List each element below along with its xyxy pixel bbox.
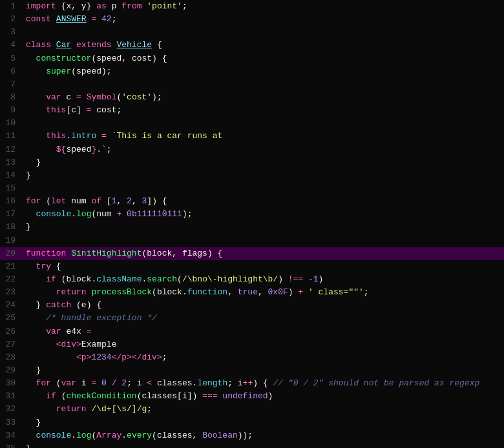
punct-token: , xyxy=(132,196,142,206)
bool-token: undefined xyxy=(222,391,268,401)
line-number: 7 xyxy=(0,78,23,91)
code-line: 35} xyxy=(0,442,504,448)
code-line: 11 this.intro = `This is a car runs at xyxy=(0,130,504,143)
line-number: 10 xyxy=(0,117,23,130)
sym-token: Symbol xyxy=(87,92,117,102)
kw-token: function xyxy=(26,249,66,258)
str-token: 'cost' xyxy=(121,92,152,102)
punct-token: ; xyxy=(147,404,152,414)
line-content: return processBlock(block.function, true… xyxy=(23,286,504,299)
line-content: } xyxy=(23,416,504,429)
var-token xyxy=(26,287,56,297)
bool-token: Boolean xyxy=(202,431,238,440)
code-line: 34 console.log(Array.every(classes, Bool… xyxy=(0,429,504,442)
code-line: 4class Car extends Vehicle { xyxy=(0,39,504,52)
punct-token: ]) { xyxy=(147,196,167,206)
line-content: var e4x = xyxy=(23,325,504,338)
var-token xyxy=(51,14,56,24)
code-line: 2const ANSWER = 42; xyxy=(0,13,504,26)
var-token xyxy=(26,261,36,271)
code-line: 1import {x, y} as p from 'point'; xyxy=(0,0,504,13)
line-content: function $initHighlight(block, flags) { xyxy=(23,247,504,260)
code-line: 17 console.log(num + 0b111110111); xyxy=(0,208,504,221)
code-line: 10 xyxy=(0,117,504,130)
line-content: for (let num of [1, 2, 3]) { xyxy=(23,195,504,208)
var-token: e4x xyxy=(61,327,87,336)
punct-token: ( xyxy=(152,431,157,440)
punct-token: ) { xyxy=(207,249,222,258)
line-content: } xyxy=(23,442,504,448)
punct-token: ; xyxy=(182,1,187,11)
var-token xyxy=(26,391,46,401)
punct-token: } xyxy=(87,1,97,11)
prop-token: console xyxy=(36,431,72,440)
line-content xyxy=(23,182,504,195)
tag-token: </p></div> xyxy=(112,352,162,362)
line-content: } xyxy=(23,169,504,182)
var-token xyxy=(26,404,56,414)
num-token: 0x0F xyxy=(268,287,288,297)
code-line: 31 if (checkCondition(classes[i]) === un… xyxy=(0,390,504,403)
punct-token: . xyxy=(71,209,76,219)
var-token xyxy=(101,196,107,206)
num-token: 42 xyxy=(101,14,112,24)
punct-token: [ xyxy=(107,196,112,206)
line-content: for (var i = 0 / 2; i < classes.length; … xyxy=(23,377,504,390)
code-line: 19 xyxy=(0,234,504,247)
kw-token: for xyxy=(26,196,41,206)
code-line: 20function $initHighlight(block, flags) … xyxy=(0,247,504,260)
var-token: i xyxy=(182,391,187,401)
line-number: 8 xyxy=(0,91,23,104)
punct-token: , xyxy=(193,431,203,440)
kw2-token: catch xyxy=(46,300,71,310)
fn-token: constructor xyxy=(36,54,92,63)
sym-token: Array xyxy=(96,431,121,440)
line-number: 16 xyxy=(0,195,23,208)
var-token xyxy=(26,158,36,167)
code-line: 33 } xyxy=(0,416,504,429)
kw-token: extends xyxy=(76,40,112,50)
punct-token: ; xyxy=(112,14,117,24)
line-content: super(speed); xyxy=(23,65,504,78)
code-line: 18} xyxy=(0,221,504,234)
line-number: 29 xyxy=(0,364,23,377)
var-token xyxy=(26,274,46,284)
var-token: (e) { xyxy=(71,300,101,310)
punct-token: ; xyxy=(117,105,122,115)
line-number: 5 xyxy=(0,52,23,65)
line-content: ${speed}.`; xyxy=(23,143,504,156)
op-token: + xyxy=(116,209,127,219)
line-number: 17 xyxy=(0,208,23,221)
code-line: 23 return processBlock(block.function, t… xyxy=(0,286,504,299)
code-line: 6 super(speed); xyxy=(0,65,504,78)
punct-token: [ xyxy=(177,391,182,401)
var-token: flags xyxy=(182,249,207,258)
line-number: 30 xyxy=(0,377,23,390)
punct-token: ; xyxy=(107,145,112,154)
punct-token: ( xyxy=(41,196,51,206)
line-number: 11 xyxy=(0,130,23,143)
var-token: speed xyxy=(96,54,121,63)
kw-token: of xyxy=(91,196,101,206)
code-line: 3 xyxy=(0,26,504,39)
kw-token: class xyxy=(26,40,51,50)
var-token: block xyxy=(147,249,172,258)
cls-token: Vehicle xyxy=(116,40,152,50)
tmpl-token: `This is a car runs at xyxy=(112,131,223,141)
line-content xyxy=(23,78,504,91)
op-token: < xyxy=(147,378,152,388)
line-number: 24 xyxy=(0,299,23,312)
var-token xyxy=(26,92,46,102)
code-line: 14} xyxy=(0,169,504,182)
punct-token: )); xyxy=(238,431,253,440)
kw-token: return xyxy=(56,404,87,414)
code-line: 32 return /\d+[\s/]/g; xyxy=(0,403,504,416)
kw-token: for xyxy=(36,378,51,388)
code-editor: 1import {x, y} as p from 'point';2const … xyxy=(0,0,504,448)
bool-token: true xyxy=(238,287,258,297)
var-token: classes xyxy=(142,391,177,401)
var-token xyxy=(26,66,46,76)
var-token: i xyxy=(76,378,91,388)
punct-token: { xyxy=(152,40,162,50)
var-token: classes xyxy=(152,378,192,388)
